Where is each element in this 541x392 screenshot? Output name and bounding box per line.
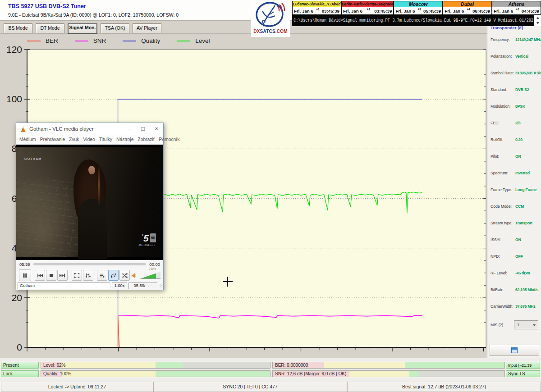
pause-icon [22,272,28,279]
clock-utc-offset: +3 [418,8,421,11]
level-progress-bar: Level: 62% [41,362,270,369]
resize-grip[interactable] [159,284,162,287]
fullscreen-icon [73,272,80,279]
equalizer-button[interactable] [83,270,93,281]
playlist-icon [99,272,105,279]
legend-line-level [177,41,190,41]
field-value: CCM [515,204,524,209]
scroll-down-icon[interactable] [536,22,539,24]
tab-bs-mode[interactable]: BS Mode [4,23,32,33]
close-button[interactable]: × [150,123,163,135]
total-time: 00:00 [149,262,160,267]
menu-zobrazi[interactable]: Zobraziť [138,137,155,142]
field-row-frame-type: Frame Type:Long Frame [487,187,541,193]
mode-tab-bar: BS ModeDT ModeSignal Mon.TSA (OK)AV Play… [4,23,161,34]
field-value: Long Frame [515,187,536,192]
mis-dropdown[interactable]: 1 [514,320,538,329]
dxsatcs-logo: DXSATCS.COM [251,1,290,37]
stream-list-button[interactable] [490,345,539,356]
next-icon [59,272,66,279]
field-value: Inverted [515,171,530,175]
chart-legend: BERSNRQualityLevel [27,37,227,44]
canale5-logo: °5HD MEDIASET [138,232,156,246]
rim-light [98,164,100,207]
vlc-video-area[interactable]: GOTHAM °5HD MEDIASET [16,145,163,260]
minimize-button[interactable]: – [123,123,136,135]
field-label: NPD: [491,254,500,259]
tab-dt-mode[interactable]: DT Mode [36,23,64,33]
menu-zvuk[interactable]: Zvuk [69,137,79,142]
field-label: Frame Type: [491,187,512,192]
next-button[interactable] [57,270,68,281]
field-row-carrierwidth: CarrierWidth:37,676 MHz [487,304,541,310]
svg-text:0: 0 [17,342,22,352]
mis-row: MIS (2): 1 [487,320,541,330]
menu-m-dium[interactable]: Médium [19,137,36,142]
clock-time: 04:45:39 [522,9,539,14]
stream-list-icon [511,347,518,353]
scroll-up-icon[interactable] [536,17,539,19]
field-value: Vertical [515,54,528,59]
fullscreen-button[interactable] [72,270,82,281]
clock-date: Fri, Jan 6 [395,9,415,14]
shuffle-icon [121,272,128,279]
clock-utc-offset: +2 [516,8,519,11]
vlc-seek-row: 05:59 00:00 [16,260,163,269]
tab-av-player[interactable]: AV Player [133,23,161,33]
clock-datetime: Fri, Jan 6+406:45:39 [443,7,492,15]
field-label: Polarization: [491,54,512,59]
volume-slider[interactable] [140,272,160,279]
tab-signal-mon[interactable]: Signal Mon. [68,23,97,34]
clock-datetime: Fri, Jan 6+305:45:39 [394,7,443,15]
clock-panel-dubai: DubaiFri, Jan 6+406:45:39 [443,1,492,15]
console-scrollbar[interactable] [534,15,541,26]
vlc-window[interactable]: Gotham - VLC media player – □ × MédiumPr… [16,123,164,290]
field-row-npd: NPD:OFF [487,254,541,260]
field-label: ISSYI [491,237,500,242]
satellite-subtitle: 9.0E - Eutelsat 9B/Ka-Sat 9A (ID: 0090) … [8,12,179,18]
field-row-frequency: Frequency:12149,247 MHz [487,37,541,43]
shuffle-button[interactable] [119,270,130,281]
vlc-titlebar[interactable]: Gotham - VLC media player – □ × [16,123,163,135]
time-display[interactable]: 05:59/--:-- [128,283,157,289]
clock-city-label: Athens [492,1,541,7]
playback-rate[interactable]: 1.00x [112,283,127,289]
menu-n-stroje[interactable]: Nástroje [116,137,133,142]
clock-city-label: Lučenec-Slovakia_R.Dávid [292,1,341,7]
vlc-control-bar: 78% [16,269,163,282]
speaker-icon[interactable] [131,272,138,279]
console-command-text: C:\Users\Roman Dávid>Signal monitoring_P… [292,15,534,26]
clock-datetime: Fri, Jan 6+204:45:39 [492,7,541,15]
tab-tsa-ok[interactable]: TSA (OK) [101,23,129,33]
world-clocks: Lučenec-Slovakia_R.DávidFri, Jan 6+103:4… [292,1,541,15]
equalizer-icon [85,272,92,279]
loop-button[interactable] [108,270,119,281]
maximize-button[interactable]: □ [136,123,150,135]
menu-pomocn-k[interactable]: Pomocník [159,137,180,142]
sync-ts-indicator: Sync TS [506,370,540,377]
command-console: C:\Users\Roman Dávid>Signal monitoring_P… [292,15,534,26]
pause-button[interactable] [19,269,31,281]
menu-titulky[interactable]: Titulky [99,137,112,142]
clock-panel-berlin-paris-vienna-belgrade: Berlin-Paris-Vienna-BelgradeFri, Jan 6+1… [341,1,394,15]
volume-cluster: 78% [131,272,160,279]
mis-label: MIS (2): [491,323,504,327]
field-value: 62,195 Mbit/s [515,287,538,292]
previous-button[interactable] [35,270,45,281]
now-playing-field: Gotham [18,283,110,289]
seek-slider[interactable] [33,263,146,265]
clock-datetime: Fri, Jan 6+103:45:39 [341,7,394,15]
menu-prehr-vanie[interactable]: Prehrávanie [40,137,65,142]
field-value: ON [515,154,521,159]
field-label: Standard: [491,87,507,92]
actress-figure [78,199,107,260]
uptime-status: Locked -> Uptime: 09:11:27 [1,382,153,392]
stop-button[interactable] [46,270,56,281]
field-row-rolloff: RollOff:0.20 [487,137,541,143]
satellite-dish-icon [252,1,289,29]
menu-video[interactable]: Video [83,137,95,142]
field-row-pilot: Pilot:ON [487,154,541,160]
playlist-button[interactable] [97,270,107,281]
dxsatcs-wordmark: DXSATCS.COM [251,29,290,34]
field-value: ON [515,237,521,242]
